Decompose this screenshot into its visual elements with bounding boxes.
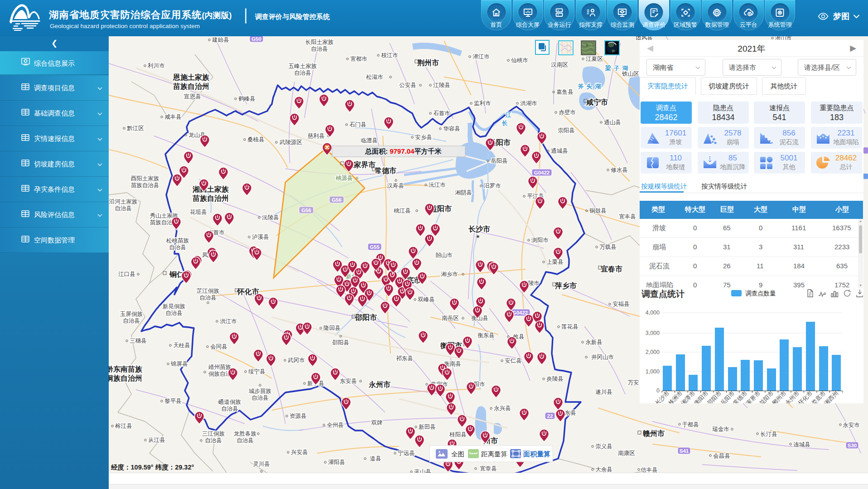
svg-text:芷江侗族: 芷江侗族 (197, 288, 220, 294)
svg-text:三江侗族: 三江侗族 (202, 431, 225, 437)
svg-text:潜江市: 潜江市 (473, 53, 490, 60)
svg-text:双峰县: 双峰县 (418, 296, 435, 303)
svg-text:汉寿县: 汉寿县 (387, 183, 404, 189)
svg-text:3,000: 3,000 (646, 330, 660, 336)
svg-text:宣恩县: 宣恩县 (184, 93, 201, 100)
svg-text:三穗县: 三穗县 (130, 338, 147, 344)
svg-text:全州县: 全州县 (327, 422, 344, 428)
svg-text:安乡县: 安乡县 (415, 134, 432, 140)
svg-text:于都县: 于都县 (682, 421, 699, 428)
svg-text:石门县: 石门县 (349, 121, 366, 128)
svg-text:崇义县: 崇义县 (595, 443, 612, 450)
svg-text:从江县: 从江县 (148, 437, 165, 443)
svg-text:花垣县: 花垣县 (189, 209, 207, 215)
svg-text:榕江县: 榕江县 (115, 423, 132, 429)
svg-text:荆州市: 荆州市 (417, 58, 439, 67)
svg-text:黔东南苗族: 黔东南苗族 (109, 365, 143, 373)
svg-text:22: 22 (547, 413, 553, 419)
svg-text:会同县: 会同县 (210, 344, 227, 350)
svg-text:崇阳县: 崇阳县 (558, 127, 575, 134)
svg-text:桂阳县: 桂阳县 (449, 431, 467, 438)
svg-text:铁山区: 铁山区 (622, 71, 639, 77)
svg-text:经度：109.59° 纬度：29.32°: 经度：109.59° 纬度：29.32° (111, 464, 194, 471)
svg-text:灌阳县: 灌阳县 (328, 459, 345, 465)
svg-text:长汀县: 长汀县 (760, 431, 777, 437)
svg-text:沅陵县: 沅陵县 (262, 214, 279, 221)
svg-text:万载县: 万载县 (599, 244, 617, 250)
svg-text:华容县: 华容县 (443, 126, 460, 132)
svg-text:五峰土家族: 五峰土家族 (289, 63, 317, 69)
svg-text:江陵县: 江陵县 (433, 82, 450, 88)
svg-text:汉南区: 汉南区 (551, 62, 568, 68)
svg-text:绥宁县: 绥宁县 (248, 368, 265, 375)
svg-text:宜章县: 宜章县 (480, 465, 497, 472)
svg-text:宜都市: 宜都市 (350, 56, 367, 62)
svg-text:通道侗族: 通道侗族 (218, 399, 241, 405)
svg-text:自治县: 自治县 (221, 406, 238, 412)
svg-text:莲花县: 莲花县 (561, 324, 579, 330)
svg-text:洪湖市: 洪湖市 (520, 100, 537, 107)
svg-text:浏阳市: 浏阳市 (531, 237, 549, 243)
svg-text:调查点数量: 调查点数量 (745, 290, 776, 297)
svg-text:侗族自治: 侗族自治 (208, 371, 231, 377)
svg-text:宜丰县: 宜丰县 (619, 213, 636, 220)
svg-text:咸丰县: 咸丰县 (164, 114, 182, 120)
svg-text:苗族自治县: 苗族自治县 (131, 182, 159, 189)
svg-text:桃江县: 桃江县 (394, 208, 411, 214)
svg-text:黔江区: 黔江区 (127, 125, 144, 131)
svg-text:玉屏侗族: 玉屏侗族 (120, 311, 143, 317)
svg-text:鹤峰县: 鹤峰县 (238, 96, 256, 102)
svg-text:松滋市: 松滋市 (366, 74, 383, 80)
svg-text:永安市: 永安市 (843, 422, 860, 428)
svg-text:天柱县: 天柱县 (173, 342, 190, 349)
svg-text:资源县: 资源县 (289, 413, 307, 419)
svg-text:建始县: 建始县 (212, 37, 229, 43)
svg-text:自治县: 自治县 (169, 244, 186, 251)
svg-text:长: 长 (502, 120, 508, 126)
svg-text:湘西土家族: 湘西土家族 (192, 185, 229, 193)
svg-text:铜鼓县: 铜鼓县 (589, 208, 607, 214)
svg-text:兴安县: 兴安县 (291, 449, 308, 455)
svg-text:监利市: 监利市 (474, 100, 491, 107)
svg-text:怀化市: 怀化市 (236, 287, 259, 295)
svg-text:G0422: G0422 (534, 170, 550, 175)
svg-text:江口县: 江口县 (118, 271, 135, 277)
svg-text:信丰县: 信丰县 (640, 467, 658, 473)
svg-text:上栗县: 上栗县 (546, 259, 564, 265)
svg-text:邵阳市: 邵阳市 (355, 313, 377, 321)
svg-text:松桃苗族: 松桃苗族 (166, 237, 189, 244)
svg-text:湘阴县: 湘阴县 (455, 189, 472, 196)
svg-text:赤壁市: 赤壁市 (559, 109, 576, 116)
svg-text:汨罗市: 汨罗市 (483, 183, 501, 189)
svg-text:湘西州: 湘西州 (823, 390, 839, 403)
svg-text:自治县: 自治县 (123, 318, 140, 324)
svg-text:隆回县: 隆回县 (323, 325, 341, 331)
svg-text:枝江市: 枝江市 (381, 52, 398, 58)
svg-text:苗族自治州: 苗族自治州 (192, 194, 229, 202)
svg-text:调查点统计: 调查点统计 (641, 289, 685, 299)
svg-text:新晃侗族: 新晃侗族 (163, 303, 186, 310)
svg-text:炎陵县: 炎陵县 (546, 376, 564, 382)
svg-text:自治县: 自治县 (165, 310, 183, 316)
svg-text:东安县: 东安县 (340, 378, 357, 384)
svg-text:蓝山县: 蓝山县 (414, 469, 431, 473)
svg-text:安福县: 安福县 (612, 301, 630, 307)
svg-text:慈利县: 慈利县 (307, 133, 325, 139)
svg-text:G50: G50 (251, 36, 261, 42)
svg-text:岳阳县: 岳阳县 (491, 158, 508, 164)
svg-text:安仁县: 安仁县 (505, 358, 522, 364)
svg-text:临澧县: 临澧县 (361, 137, 378, 144)
svg-text:永新县: 永新县 (585, 339, 603, 345)
svg-text:邵阳县: 邵阳县 (332, 339, 349, 346)
svg-text:总面积: 9797.04平方千米: 总面积: 9797.04平方千米 (365, 147, 442, 155)
svg-text:面积量算: 面积量算 (523, 450, 550, 458)
svg-text:自治县: 自治县 (115, 205, 132, 212)
svg-text:永州市: 永州市 (368, 380, 391, 388)
svg-text:恩施土家族: 恩施土家族 (173, 73, 210, 81)
svg-text:公安县: 公安县 (399, 82, 416, 88)
svg-text:苗族自治州: 苗族自治州 (173, 82, 209, 90)
svg-text:大余县: 大余县 (595, 466, 612, 473)
svg-text:G55: G55 (370, 244, 380, 250)
svg-text:长阳土家族: 长阳土家族 (305, 39, 334, 45)
svg-text:南康区: 南康区 (618, 450, 635, 456)
